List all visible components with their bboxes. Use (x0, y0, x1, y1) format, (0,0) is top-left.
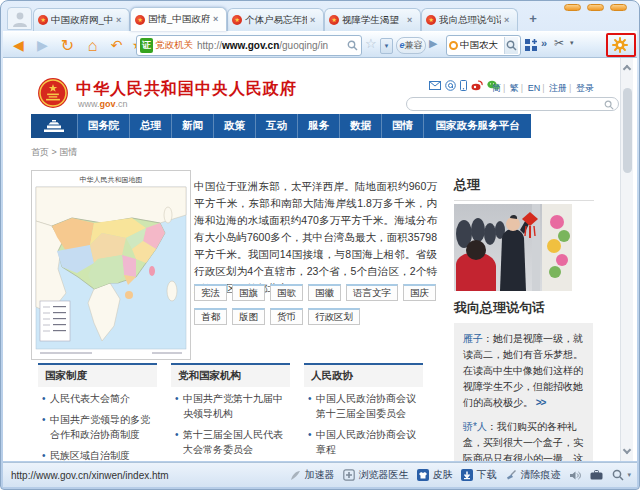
premier-section-title[interactable]: 总理 (454, 176, 594, 201)
quick-link-national-day[interactable]: 国庆 (403, 284, 436, 301)
search-input[interactable]: 中国农大 (460, 39, 504, 52)
browser-doctor-button[interactable]: 浏览器医生 (343, 468, 408, 482)
quick-link-constitution[interactable]: 宪法 (194, 284, 227, 301)
tab-close-icon[interactable]: × (504, 16, 513, 25)
apps-grid-icon[interactable] (524, 38, 538, 56)
link-simplified[interactable]: 简 (492, 83, 501, 93)
comment-item[interactable]: 骄*人：我们购买的各种礼盒，买到很大一个盒子，实际商品只有很小的一撮。这个过大的… (463, 419, 584, 461)
tab-close-icon[interactable]: × (407, 16, 416, 25)
section-link[interactable]: 中国共产党领导的多党合作和政治协商制度 (42, 412, 155, 442)
quick-link-capital[interactable]: 首都 (194, 308, 227, 325)
site-emblem-icon: ★ (135, 15, 145, 25)
url-text[interactable]: http://www.gov.cn/guoqing/in (197, 40, 345, 51)
national-emblem-icon (37, 77, 69, 113)
link-english[interactable]: EN (528, 83, 541, 93)
url-dropdown-button[interactable]: ▼ (380, 38, 393, 54)
section-link[interactable]: 中国人民政治协商会议章程 (308, 427, 421, 457)
skin-button[interactable]: 皮肤 (417, 468, 452, 482)
breadcrumb-home[interactable]: 首页 (31, 147, 49, 157)
toolbox-button[interactable] (590, 470, 603, 480)
comment-more-link[interactable]: >> (536, 397, 546, 408)
site-category-label: 党政机关 (155, 39, 193, 52)
scroll-down-icon[interactable] (623, 446, 631, 454)
page-zoom-button[interactable]: ▾ (612, 469, 631, 481)
zoom-caret-icon[interactable]: ▾ (627, 471, 631, 479)
scrollbar-thumb[interactable] (623, 88, 632, 173)
nav-country[interactable]: 国情 (381, 114, 423, 138)
comment-author: 骄*人 (463, 421, 487, 432)
scissors-dropdown-caret[interactable]: ▾ (570, 39, 574, 47)
home-button[interactable]: ⌂ (82, 35, 103, 56)
quick-link-language[interactable]: 语言文字 (346, 284, 398, 301)
quick-link-currency[interactable]: 货币 (270, 308, 303, 325)
address-bar[interactable]: 证 党政机关 http://www.gov.cn/guoqing/in (136, 35, 362, 56)
nav-premier[interactable]: 总理 (129, 114, 171, 138)
magnifier-icon (612, 469, 624, 481)
search-engine-logo-icon (449, 41, 458, 50)
tab-3[interactable]: ★ 个体户易忘年报 × (227, 8, 324, 31)
mail-icon[interactable] (429, 81, 441, 90)
comment-item[interactable]: 雁子：她们是视障一级，就读高二，她们有音乐梦想。在读高中生中像她们这样的视障学生… (463, 331, 584, 411)
vertical-scrollbar[interactable] (620, 58, 633, 461)
at-icon[interactable] (445, 80, 456, 91)
broom-icon (505, 469, 517, 481)
tab-4[interactable]: ★ 视障学生渴望 × (324, 8, 421, 31)
clear-traces-button[interactable]: 清除痕迹 (505, 468, 560, 482)
quick-link-emblem[interactable]: 国徽 (308, 284, 341, 301)
china-map-image: 中华人民共和国地图 (31, 170, 191, 360)
section-link[interactable]: 中国共产党第十九届中央领导机构 (175, 391, 288, 421)
bookmark-star-icon[interactable]: ☆ (365, 36, 377, 51)
compat-mode-button[interactable]: e兼容 (396, 37, 426, 54)
tab-2-active[interactable]: ★ 国情_中国政府 × (130, 7, 227, 31)
section-state-system: 国家制度 人民代表大会简介 中国共产党领导的多党合作和政治协商制度 民族区域自治… (38, 363, 157, 461)
undo-button[interactable]: ↶ (106, 35, 127, 56)
tab-1[interactable]: ★ 中国政府网_中 × (33, 8, 130, 31)
tab-5[interactable]: ★ 我向总理说句话 × (421, 8, 518, 31)
nav-news[interactable]: 新闻 (171, 114, 213, 138)
search-submit-button[interactable] (504, 37, 518, 54)
nav-policy[interactable]: 政策 (213, 114, 255, 138)
mobile-icon[interactable] (460, 80, 467, 91)
quick-link-divisions[interactable]: 行政区划 (308, 308, 360, 325)
toolbar-overflow-chevron[interactable]: » (541, 37, 547, 49)
tiananmen-icon[interactable] (31, 114, 77, 138)
go-button[interactable]: ▶ (429, 37, 437, 50)
link-traditional[interactable]: 繁 (510, 83, 519, 93)
link-register[interactable]: 注册 (549, 83, 567, 93)
tab-close-icon[interactable]: × (116, 16, 125, 25)
section-link[interactable]: 民族区域自治制度 (42, 448, 155, 461)
weibo-icon[interactable] (471, 80, 483, 91)
tab-close-icon[interactable]: × (310, 16, 319, 25)
tab-close-icon[interactable]: × (213, 15, 222, 24)
nav-services[interactable]: 服务 (297, 114, 339, 138)
download-button[interactable]: 下载 (461, 468, 496, 482)
link-login[interactable]: 登录 (576, 83, 594, 93)
nav-gov-service-platform[interactable]: 国家政务服务平台 (423, 114, 531, 138)
site-emblem-icon: ★ (426, 15, 436, 25)
forward-button[interactable]: ▶ (32, 35, 53, 56)
quick-link-territory[interactable]: 版图 (232, 308, 265, 325)
site-search-input[interactable] (406, 97, 619, 111)
section-link[interactable]: 人民代表大会简介 (42, 391, 155, 406)
quick-link-anthem[interactable]: 国歌 (270, 284, 303, 301)
nav-state-council[interactable]: 国务院 (77, 114, 129, 138)
section-link[interactable]: 中国人民政治协商会议第十三届全国委员会 (308, 391, 421, 421)
sound-button[interactable] (569, 470, 581, 481)
nav-interact[interactable]: 互动 (255, 114, 297, 138)
refresh-button[interactable]: ↻ (57, 35, 78, 56)
accelerator-button[interactable]: 加速器 (290, 468, 334, 482)
verified-badge-icon: 证 (140, 38, 153, 53)
screenshot-scissors-icon[interactable]: ✂ (554, 36, 564, 50)
new-tab-button[interactable]: + (523, 11, 543, 29)
nav-data[interactable]: 数据 (339, 114, 381, 138)
search-box[interactable]: 中国农大 (446, 35, 521, 56)
back-button[interactable]: ◀ (8, 35, 29, 56)
voice-section-title[interactable]: 我向总理说句话 (454, 299, 594, 323)
url-search-icon[interactable] (347, 40, 358, 51)
premier-photo[interactable] (454, 204, 572, 291)
user-avatar-icon[interactable] (7, 7, 32, 30)
scroll-up-icon[interactable] (623, 65, 631, 73)
quick-link-flag[interactable]: 国旗 (232, 284, 265, 301)
site-subtitle: www.gov.cn (78, 99, 128, 109)
section-link[interactable]: 第十三届全国人民代表大会常务委员会 (175, 427, 288, 457)
